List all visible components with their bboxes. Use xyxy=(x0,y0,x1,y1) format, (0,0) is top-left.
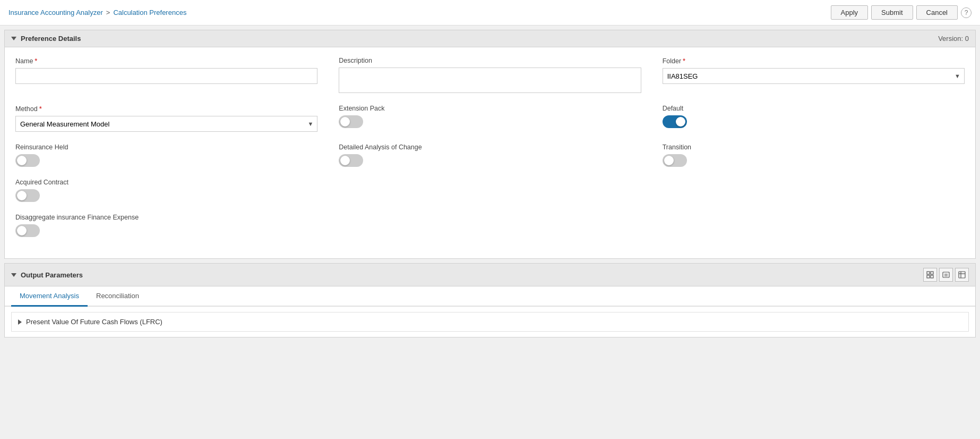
preference-details-body: Name * Description Folder * IIA81SEG xyxy=(5,47,975,258)
tree-item-present-value[interactable]: Present Value Of Future Cash Flows (LFRC… xyxy=(11,312,969,332)
detailed-analysis-toggle-container xyxy=(339,154,641,167)
transition-label: Transition xyxy=(663,143,965,151)
tab-content-movement-analysis: Present Value Of Future Cash Flows (LFRC… xyxy=(5,307,975,337)
method-select[interactable]: General Measurement Model xyxy=(15,116,317,132)
transition-group: Transition xyxy=(663,143,965,167)
name-group: Name * xyxy=(15,57,317,93)
default-label: Default xyxy=(663,105,965,112)
extension-pack-label: Extension Pack xyxy=(339,105,641,112)
disaggregate-label: Disaggregate insurance Finance Expense xyxy=(15,214,317,221)
method-label: Method * xyxy=(15,105,317,113)
tab-movement-analysis[interactable]: Movement Analysis xyxy=(11,286,88,307)
output-icon-3[interactable] xyxy=(955,268,969,282)
acquired-contract-toggle[interactable] xyxy=(15,189,40,202)
breadcrumb-current: Calculation Preferences xyxy=(113,9,186,16)
svg-rect-4 xyxy=(943,272,949,277)
disaggregate-toggle-container xyxy=(15,224,317,237)
top-bar: Insurance Accounting Analyzer > Calculat… xyxy=(0,0,980,26)
tree-item-label: Present Value Of Future Cash Flows (LFRC… xyxy=(26,318,162,326)
tab-reconciliation[interactable]: Reconciliation xyxy=(88,286,148,307)
output-parameters-section: Output Parameters xyxy=(4,263,976,337)
output-parameters-header: Output Parameters xyxy=(5,264,975,286)
description-group: Description xyxy=(339,57,641,93)
placeholder-group-4 xyxy=(663,214,965,237)
svg-rect-2 xyxy=(927,275,930,278)
method-required-star: * xyxy=(39,105,42,113)
output-icon-1[interactable] xyxy=(923,268,937,282)
output-tabs: Movement Analysis Reconciliation xyxy=(5,286,975,307)
preference-details-collapse-icon[interactable] xyxy=(11,37,16,40)
default-toggle[interactable] xyxy=(663,115,687,128)
submit-button[interactable]: Submit xyxy=(871,5,913,20)
cancel-button[interactable]: Cancel xyxy=(916,5,958,20)
transition-toggle-container xyxy=(663,154,965,167)
name-required-star: * xyxy=(35,57,37,65)
extension-pack-slider xyxy=(339,115,363,128)
help-icon[interactable]: ? xyxy=(961,7,972,18)
method-select-wrapper: General Measurement Model ▼ xyxy=(15,116,317,132)
output-parameters-title: Output Parameters xyxy=(21,271,83,279)
form-row-1: Name * Description Folder * IIA81SEG xyxy=(15,57,965,93)
preference-details-title: Preference Details xyxy=(21,35,81,43)
svg-rect-1 xyxy=(931,272,933,274)
extension-pack-group: Extension Pack xyxy=(339,105,641,132)
placeholder-group-2 xyxy=(663,179,965,202)
acquired-contract-toggle-container xyxy=(15,189,317,202)
form-row-2: Method * General Measurement Model ▼ Ext… xyxy=(15,105,965,132)
output-icon-2[interactable] xyxy=(939,268,953,282)
tree-expand-arrow-icon[interactable] xyxy=(18,319,22,325)
form-row-3: Reinsurance Held Detailed Analysis of Ch… xyxy=(15,143,965,167)
placeholder-group-1 xyxy=(339,179,641,202)
extension-pack-toggle[interactable] xyxy=(339,115,363,128)
breadcrumb: Insurance Accounting Analyzer > Calculat… xyxy=(8,9,186,16)
folder-select[interactable]: IIA81SEG xyxy=(663,68,965,84)
detailed-analysis-group: Detailed Analysis of Change xyxy=(339,143,641,167)
breadcrumb-app-link[interactable]: Insurance Accounting Analyzer xyxy=(8,9,103,16)
acquired-contract-group: Acquired Contract xyxy=(15,179,317,202)
folder-group: Folder * IIA81SEG ▼ xyxy=(663,57,965,93)
version-display: Version: 0 xyxy=(938,35,969,43)
transition-slider xyxy=(663,154,687,167)
svg-rect-3 xyxy=(931,275,933,278)
extension-pack-toggle-container xyxy=(339,115,641,128)
detailed-analysis-label: Detailed Analysis of Change xyxy=(339,143,641,151)
apply-button[interactable]: Apply xyxy=(831,5,869,20)
placeholder-group-3 xyxy=(339,214,641,237)
disaggregate-group: Disaggregate insurance Finance Expense xyxy=(15,214,317,237)
reinsurance-held-group: Reinsurance Held xyxy=(15,143,317,167)
name-input[interactable] xyxy=(15,68,317,84)
method-group: Method * General Measurement Model ▼ xyxy=(15,105,317,132)
output-parameters-collapse-icon[interactable] xyxy=(11,273,16,277)
acquired-contract-label: Acquired Contract xyxy=(15,179,317,186)
reinsurance-held-toggle[interactable] xyxy=(15,154,40,167)
disaggregate-slider xyxy=(15,224,40,237)
version-value: 0 xyxy=(965,35,969,43)
preference-details-section: Preference Details Version: 0 Name * Des… xyxy=(4,30,976,259)
reinsurance-held-toggle-container xyxy=(15,154,317,167)
reinsurance-held-slider xyxy=(15,154,40,167)
form-row-5: Disaggregate insurance Finance Expense xyxy=(15,214,965,237)
default-toggle-container xyxy=(663,115,965,128)
description-input[interactable] xyxy=(339,67,641,93)
folder-required-star: * xyxy=(683,57,685,65)
svg-rect-0 xyxy=(927,272,930,274)
version-label: Version: xyxy=(938,35,963,43)
default-group: Default xyxy=(663,105,965,132)
name-label: Name * xyxy=(15,57,317,65)
toolbar: Apply Submit Cancel ? xyxy=(831,5,972,20)
detailed-analysis-toggle[interactable] xyxy=(339,154,363,167)
folder-label: Folder * xyxy=(663,57,965,65)
svg-rect-7 xyxy=(959,272,965,278)
disaggregate-toggle[interactable] xyxy=(15,224,40,237)
breadcrumb-separator: > xyxy=(106,9,110,16)
transition-toggle[interactable] xyxy=(663,154,687,167)
preference-details-header: Preference Details Version: 0 xyxy=(5,30,975,47)
detailed-analysis-slider xyxy=(339,154,363,167)
description-label: Description xyxy=(339,57,641,64)
default-slider xyxy=(663,115,687,128)
reinsurance-held-label: Reinsurance Held xyxy=(15,143,317,151)
folder-select-wrapper: IIA81SEG ▼ xyxy=(663,68,965,84)
acquired-contract-slider xyxy=(15,189,40,202)
output-parameters-icons xyxy=(923,268,969,282)
form-row-4: Acquired Contract xyxy=(15,179,965,202)
